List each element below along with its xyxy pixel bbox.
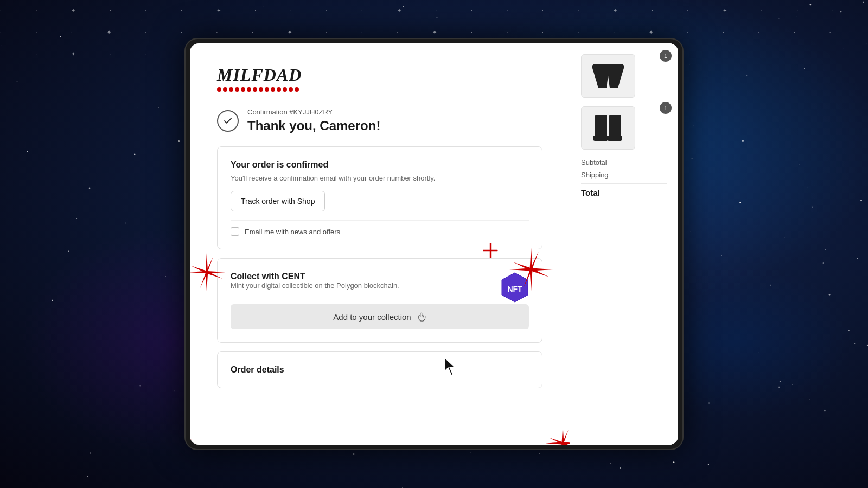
email-checkbox[interactable] — [231, 227, 239, 236]
confirmation-title: Thank you, Cameron! — [247, 118, 542, 133]
svg-marker-0 — [190, 253, 226, 291]
shipping-row: Shipping — [581, 171, 667, 179]
logo-dots — [217, 87, 542, 92]
confirmation-header: Confirmation #KYJJH0ZRY Thank you, Camer… — [217, 108, 542, 133]
collect-text-block: Collect with CENT Mint your digital coll… — [231, 272, 399, 298]
logo-dot — [283, 87, 287, 92]
confirmation-number: Confirmation #KYJJH0ZRY — [247, 108, 542, 116]
svg-marker-8 — [190, 423, 193, 445]
order-confirmed-card: Your order is confirmed You'll receive a… — [217, 146, 542, 249]
logo-dot — [295, 87, 299, 92]
sidebar-product-boots: 1 — [581, 106, 667, 150]
product-image-boots — [581, 106, 635, 150]
svg-marker-12 — [545, 426, 570, 445]
order-sidebar: 1 1 Subtotal Shipping — [570, 43, 678, 445]
svg-text:NFT: NFT — [507, 285, 522, 293]
add-to-collection-button[interactable]: Add to your collection — [231, 304, 529, 329]
tablet-frame: MILFDAD — [184, 38, 684, 450]
add-to-collection-label: Add to your collection — [333, 312, 411, 322]
tablet-screen: MILFDAD — [190, 43, 678, 445]
order-confirmed-title: Your order is confirmed — [231, 160, 529, 170]
logo-dot — [265, 87, 269, 92]
main-content: MILFDAD — [190, 43, 570, 445]
track-order-button[interactable]: Track order with Shop — [231, 191, 325, 211]
email-checkbox-row: Email me with news and offers — [231, 220, 529, 236]
collect-cent-card: Collect with CENT Mint your digital coll… — [217, 258, 542, 343]
svg-rect-3 — [483, 250, 498, 251]
svg-marker-13 — [545, 426, 570, 445]
logo-dot — [277, 87, 281, 92]
boots-icon — [595, 115, 621, 141]
svg-marker-1 — [190, 253, 226, 291]
logo-dot — [271, 87, 275, 92]
logo-dot — [259, 87, 263, 92]
boot-right-icon — [609, 115, 621, 141]
check-circle-icon — [217, 110, 239, 132]
shorts-icon — [592, 64, 624, 88]
logo-dot — [223, 87, 227, 92]
logo-dot — [289, 87, 293, 92]
logo-dot — [217, 87, 221, 92]
sidebar-price-labels: Subtotal Shipping Total — [581, 158, 667, 197]
product-image-shorts — [581, 54, 635, 98]
logo-dot — [235, 87, 239, 92]
logo-dot — [241, 87, 245, 92]
boot-left-icon — [595, 115, 607, 141]
svg-marker-9 — [190, 423, 193, 445]
order-details-card: Order details — [217, 351, 542, 388]
collect-title: Collect with CENT — [231, 272, 399, 281]
product-quantity-badge-shorts: 1 — [660, 50, 672, 62]
hand-cursor-icon — [417, 312, 426, 322]
starburst-large-left — [190, 253, 226, 291]
order-confirmed-subtitle: You'll receive a confirmation email with… — [231, 174, 529, 182]
total-row: Total — [581, 183, 667, 197]
subtotal-row: Subtotal — [581, 158, 667, 166]
starburst-lower-left — [190, 423, 193, 445]
subtotal-label: Subtotal — [581, 158, 607, 166]
starburst-lower-right — [545, 426, 570, 445]
logo-dot — [253, 87, 257, 92]
total-label: Total — [581, 188, 600, 197]
sidebar-product-shorts: 1 — [581, 54, 667, 98]
confirmation-text-block: Confirmation #KYJJH0ZRY Thank you, Camer… — [247, 108, 542, 133]
collect-subtitle: Mint your digital collectible on the Pol… — [231, 281, 399, 290]
order-details-title: Order details — [231, 365, 529, 375]
product-quantity-badge-boots: 1 — [660, 102, 672, 114]
logo-dot — [247, 87, 251, 92]
nft-badge-icon: NFT — [501, 272, 529, 300]
shipping-label: Shipping — [581, 171, 609, 179]
email-checkbox-label: Email me with news and offers — [245, 228, 340, 236]
logo-dot — [229, 87, 233, 92]
collect-header: Collect with CENT Mint your digital coll… — [231, 272, 529, 300]
logo-text: MILFDAD — [217, 65, 542, 85]
logo: MILFDAD — [217, 65, 542, 92]
